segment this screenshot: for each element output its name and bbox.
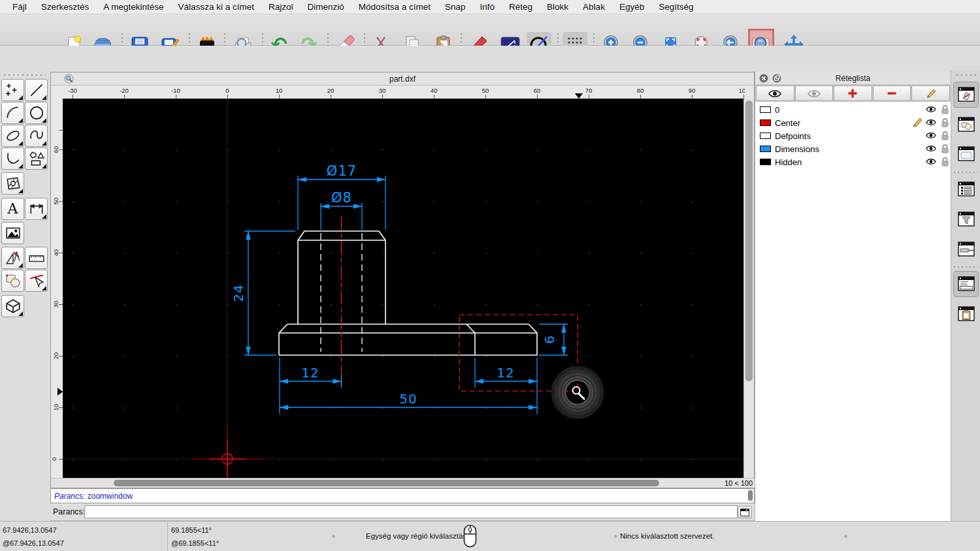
image-tool[interactable] — [1, 222, 24, 244]
polyline-tool[interactable] — [1, 148, 24, 170]
ellipse-tool[interactable] — [1, 125, 24, 147]
menu-help[interactable]: Segítség — [651, 2, 700, 12]
flyout-indicator — [42, 286, 46, 291]
command-history-entry: zoomwindow — [88, 492, 133, 501]
layer-lock-icon[interactable] — [941, 131, 949, 140]
block-tool[interactable] — [1, 270, 24, 292]
layer-color-swatch[interactable] — [760, 133, 771, 139]
layer-color-swatch[interactable] — [760, 119, 771, 126]
horizontal-scrollbar[interactable]: 10 < 100 — [51, 478, 755, 488]
layer-lock-icon[interactable] — [941, 105, 949, 114]
window-icon — [740, 509, 749, 516]
status-dot — [332, 535, 335, 538]
menu-edit[interactable]: Szerkesztés — [34, 2, 97, 12]
drawing-window: part.dxf -30 -20 -10 0 10 20 30 40 50 60… — [50, 72, 755, 488]
layer-row-dimensions[interactable]: Dimensions — [755, 142, 951, 155]
layer-name: 0 — [775, 105, 779, 115]
dimension-tool[interactable] — [25, 198, 48, 220]
layer-lock-icon[interactable] — [941, 157, 949, 166]
layer-row-center[interactable]: Center — [755, 116, 951, 129]
dock-library-browser-button[interactable] — [953, 141, 979, 167]
circle-tool[interactable] — [25, 102, 48, 124]
menu-file[interactable]: Fájl — [5, 2, 34, 12]
menu-window[interactable]: Ablak — [576, 2, 612, 12]
layer-visible-icon[interactable] — [926, 106, 936, 113]
add-layer-button[interactable] — [834, 86, 872, 101]
menu-view[interactable]: A megtekintése — [96, 2, 171, 12]
status-dot — [844, 535, 847, 538]
history-scrollbar[interactable] — [747, 490, 753, 502]
dim-50: 50 — [399, 391, 417, 407]
layer-lock-icon[interactable] — [941, 118, 949, 127]
text-tool[interactable]: A — [1, 198, 24, 220]
measure-tool[interactable] — [25, 247, 48, 269]
menu-dimension[interactable]: Dimenzió — [300, 2, 351, 12]
dock-block-list-button[interactable] — [953, 112, 979, 138]
dim-12-right: 12 — [497, 365, 514, 381]
flyout-indicator — [18, 95, 23, 100]
layer-color-swatch[interactable] — [760, 146, 771, 152]
dock-command-widget-button[interactable] — [953, 271, 979, 297]
command-options-button[interactable] — [738, 506, 752, 518]
show-all-layers-button[interactable] — [756, 86, 794, 101]
scrollbar-thumb[interactable] — [748, 490, 753, 501]
horizontal-ruler: -30 -20 -10 0 10 20 30 40 50 60 70 80 90… — [63, 86, 745, 99]
construction-tool[interactable] — [1, 247, 24, 269]
layer-visible-icon[interactable] — [926, 132, 936, 139]
command-input[interactable] — [84, 505, 738, 518]
hide-all-layers-button[interactable] — [795, 86, 834, 101]
menu-layer[interactable]: Réteg — [502, 2, 540, 12]
dock-clipboard-button[interactable] — [953, 301, 979, 327]
spline-tool[interactable] — [25, 125, 48, 147]
menu-info[interactable]: Infó — [473, 2, 502, 12]
layer-panel-titlebar: Réteglista — [755, 72, 951, 85]
layer-visible-icon[interactable] — [926, 119, 936, 126]
edit-layer-button[interactable] — [911, 86, 950, 101]
menu-misc[interactable]: Egyéb — [612, 2, 651, 12]
layer-lock-icon[interactable] — [941, 144, 949, 153]
grid-status: 10 < 100 — [725, 479, 753, 487]
entity-list-window-icon — [958, 181, 975, 198]
ruler-label: 80 — [637, 87, 644, 94]
layer-color-swatch[interactable] — [760, 159, 771, 165]
menu-block[interactable]: Blokk — [540, 2, 576, 12]
dock-pen-toolbar-button[interactable] — [953, 236, 979, 262]
layer-visible-icon[interactable] — [926, 145, 936, 152]
vertical-scrollbar[interactable] — [743, 99, 754, 479]
polygon-tool[interactable] — [25, 148, 48, 170]
solid-3d-tool[interactable] — [1, 295, 24, 317]
dim-12-left: 12 — [301, 365, 319, 381]
layer-row-0[interactable]: 0 — [755, 103, 951, 116]
menu-select[interactable]: Válassza ki a címet — [171, 2, 261, 12]
ruler-label: 90 — [689, 87, 696, 94]
menu-draw[interactable]: Rajzol — [261, 2, 301, 12]
line-tool[interactable] — [25, 79, 48, 101]
drawing-canvas[interactable]: Ø17 Ø8 24 12 50 12 6 — [63, 99, 745, 479]
ruler-label: 20 — [327, 87, 335, 94]
dock-handle[interactable] — [956, 74, 976, 76]
vertical-ruler: 60 50 40 30 20 10 0 — [51, 99, 63, 479]
layer-visible-icon[interactable] — [926, 158, 936, 165]
scrollbar-thumb[interactable] — [745, 101, 753, 381]
dock-layer-list-button[interactable] — [953, 82, 979, 108]
layer-row-hidden[interactable]: Hidden — [755, 155, 951, 168]
remove-layer-button[interactable] — [873, 86, 911, 101]
layer-row-defpoints[interactable]: Defpoints — [755, 129, 951, 142]
palette-handle[interactable] — [4, 74, 46, 76]
menu-snap[interactable]: Snap — [438, 2, 473, 12]
menubar: Fájl Szerkesztés A megtekintése Válassza… — [0, 0, 980, 14]
layer-color-swatch[interactable] — [760, 106, 771, 113]
select-tool[interactable] — [25, 270, 48, 292]
grid-dots — [63, 99, 745, 479]
action-toolbar — [0, 46, 980, 72]
point-tool[interactable] — [1, 79, 24, 101]
ruler-label: 30 — [379, 87, 386, 94]
menu-modify[interactable]: Módosítsa a címet — [351, 2, 438, 12]
clipboard-window-icon — [958, 306, 975, 323]
arc-tool[interactable] — [1, 102, 24, 124]
dock-separator — [954, 172, 978, 173]
dock-filter-button[interactable] — [953, 206, 979, 232]
dock-entity-list-button[interactable] — [953, 176, 979, 202]
scrollbar-thumb[interactable] — [114, 480, 659, 486]
hatch-tool[interactable] — [1, 172, 24, 195]
